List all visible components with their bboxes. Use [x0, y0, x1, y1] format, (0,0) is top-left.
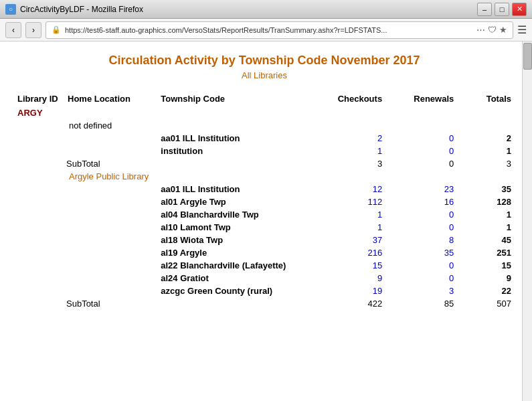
subtotal-renewals: 0	[386, 157, 458, 170]
header-totals: Totals	[458, 91, 515, 106]
subtotal-row: SubTotal 3 0 3	[13, 157, 515, 170]
township-cell: al01 Argyle Twp	[157, 195, 315, 208]
subtotal-label: SubTotal	[64, 157, 157, 170]
table-header-row: Library ID Home Location Township Code C…	[13, 91, 515, 106]
window-title: CircActivityByLDF - Mozilla Firefox	[20, 5, 477, 14]
library-id-row: ARGY	[13, 106, 515, 119]
township-cell: al10 Lamont Twp	[157, 221, 315, 234]
lock-icon: 🔒	[52, 25, 61, 34]
options-icon[interactable]: ⋯	[476, 25, 485, 35]
table-row: al04 Blanchardville Twp 1 0 1	[13, 208, 515, 221]
library-id-cell: ARGY	[13, 106, 64, 119]
table-row: al22 Blanchardville (Lafayette) 15 0 15	[13, 259, 515, 272]
totals-cell: 35	[458, 183, 515, 195]
home-location-row: Argyle Public Library	[13, 170, 515, 183]
renewals-cell: 35	[386, 246, 458, 259]
township-cell: al22 Blanchardville (Lafayette)	[157, 259, 315, 272]
renewals-cell: 23	[386, 183, 458, 195]
renewals-cell: 0	[386, 145, 458, 157]
address-bar: ‹ › 🔒 https://test6-staff.auto-graphics.…	[0, 19, 532, 42]
browser-icon: ○	[5, 4, 16, 15]
township-cell: aa01 ILL Institution	[157, 132, 315, 145]
table-row: al18 Wiota Twp 37 8 45	[13, 234, 515, 246]
renewals-cell: 8	[386, 234, 458, 246]
totals-cell: 128	[458, 195, 515, 208]
table-row: azcgc Green County (rural) 19 3 22	[13, 285, 515, 297]
renewals-cell: 0	[386, 132, 458, 145]
url-text: https://test6-staff.auto-graphics.com/Ve…	[65, 26, 476, 34]
totals-cell: 1	[458, 208, 515, 221]
bookmark-icon[interactable]: ★	[499, 25, 507, 35]
forward-button[interactable]: ›	[25, 22, 41, 38]
subtotal-renewals: 85	[386, 297, 458, 310]
township-cell: institution	[157, 145, 315, 157]
shield-icon: 🛡	[488, 25, 497, 35]
checkouts-cell: 9	[315, 272, 386, 285]
renewals-cell: 0	[386, 208, 458, 221]
township-cell: al19 Argyle	[157, 246, 315, 259]
township-cell: al04 Blanchardville Twp	[157, 208, 315, 221]
header-home-location: Home Location	[64, 91, 157, 106]
checkouts-cell: 112	[315, 195, 386, 208]
scrollbar-track[interactable]	[522, 42, 532, 401]
renewals-cell: 0	[386, 221, 458, 234]
subtotal-label: SubTotal	[64, 297, 157, 310]
report-title: Circulation Activity by Township Code No…	[13, 54, 515, 68]
township-cell: aa01 ILL Institution	[157, 183, 315, 195]
checkouts-cell: 37	[315, 234, 386, 246]
subtotal-checkouts: 422	[315, 297, 386, 310]
home-location-cell: Argyle Public Library	[64, 170, 157, 183]
subtotal-checkouts: 3	[315, 157, 386, 170]
header-library-id: Library ID	[13, 91, 64, 106]
table-row: aa01 ILL Institution 2 0 2	[13, 132, 515, 145]
url-icons: ⋯ 🛡 ★	[476, 25, 507, 35]
report-subtitle: All Libraries	[13, 70, 515, 80]
totals-cell: 22	[458, 285, 515, 297]
table-row: aa01 ILL Institution 12 23 35	[13, 183, 515, 195]
checkouts-cell: 1	[315, 145, 386, 157]
township-cell: al18 Wiota Twp	[157, 234, 315, 246]
menu-button[interactable]: ☰	[517, 23, 527, 36]
table-row: al10 Lamont Twp 1 0 1	[13, 221, 515, 234]
home-location-row: not defined	[13, 119, 515, 132]
report-table: Library ID Home Location Township Code C…	[13, 91, 515, 310]
checkouts-cell: 1	[315, 221, 386, 234]
table-row: al19 Argyle 216 35 251	[13, 246, 515, 259]
checkouts-cell: 2	[315, 132, 386, 145]
header-checkouts: Checkouts	[315, 91, 386, 106]
url-box[interactable]: 🔒 https://test6-staff.auto-graphics.com/…	[46, 21, 513, 39]
table-row: al24 Gratiot 9 0 9	[13, 272, 515, 285]
checkouts-cell: 12	[315, 183, 386, 195]
report-content: Circulation Activity by Township Code No…	[0, 42, 532, 401]
home-location-cell: not defined	[64, 119, 157, 132]
close-button[interactable]: ✕	[512, 3, 527, 16]
subtotal-row: SubTotal 422 85 507	[13, 297, 515, 310]
scrollbar-thumb[interactable]	[523, 43, 532, 70]
back-button[interactable]: ‹	[5, 22, 21, 38]
checkouts-cell: 1	[315, 208, 386, 221]
table-row: institution 1 0 1	[13, 145, 515, 157]
content-area: Circulation Activity by Township Code No…	[0, 42, 532, 401]
township-cell: azcgc Green County (rural)	[157, 285, 315, 297]
subtotal-totals: 507	[458, 297, 515, 310]
renewals-cell: 0	[386, 272, 458, 285]
renewals-cell: 16	[386, 195, 458, 208]
renewals-cell: 0	[386, 259, 458, 272]
window-controls[interactable]: – □ ✕	[477, 3, 527, 16]
header-township-code: Township Code	[157, 91, 315, 106]
table-row: al01 Argyle Twp 112 16 128	[13, 195, 515, 208]
title-bar: ○ CircActivityByLDF - Mozilla Firefox – …	[0, 0, 532, 19]
totals-cell: 2	[458, 132, 515, 145]
totals-cell: 45	[458, 234, 515, 246]
checkouts-cell: 216	[315, 246, 386, 259]
totals-cell: 9	[458, 272, 515, 285]
minimize-button[interactable]: –	[477, 3, 492, 16]
totals-cell: 1	[458, 145, 515, 157]
totals-cell: 15	[458, 259, 515, 272]
subtotal-totals: 3	[458, 157, 515, 170]
renewals-cell: 3	[386, 285, 458, 297]
maximize-button[interactable]: □	[495, 3, 509, 16]
checkouts-cell: 19	[315, 285, 386, 297]
township-cell: al24 Gratiot	[157, 272, 315, 285]
totals-cell: 251	[458, 246, 515, 259]
